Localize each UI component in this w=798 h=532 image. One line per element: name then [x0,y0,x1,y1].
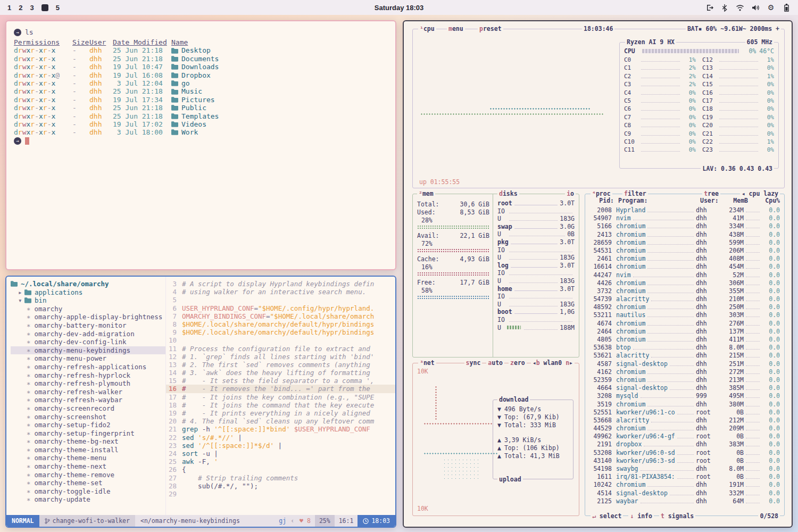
process-row[interactable]: 2125waybardhh64M0.0 [589,497,780,505]
tree-root[interactable]: ~/.local/share/omarchy [11,280,165,288]
process-row[interactable]: 54907nvimdhh41M0.0 [589,214,780,222]
process-row[interactable]: 54531chromiumdhh206M0.0 [589,247,780,255]
filter-button[interactable]: filter [622,190,648,197]
tree-file-omarchy-dev-config-link[interactable]: ∗omarchy-dev-config-link [11,338,165,346]
process-row[interactable]: 2413chromiumdhh438M0.0 [589,231,780,239]
menu-button[interactable]: menu [447,25,465,32]
process-row[interactable]: 52551kworker/u96:1-coroot0B0.0 [589,409,780,417]
preset-button[interactable]: preset [478,25,503,32]
process-row[interactable]: 52359chromiumdhh213M0.0 [589,376,780,384]
tree-file-omarchy-theme-install[interactable]: ∗omarchy-theme-install [11,446,165,454]
process-row[interactable]: 2191dropboxdhh383M0.0 [589,440,780,448]
tree-dir-applications[interactable]: ▸applications [11,288,165,297]
net-auto-button[interactable]: auto [486,359,504,367]
tree-file-omarchy-refresh-applications[interactable]: ∗omarchy-refresh-applications [11,363,165,371]
volume-icon[interactable] [751,3,760,12]
wifi-icon[interactable] [736,3,744,12]
process-row[interactable]: 1611irq/81-PIXA3854:root0B0.0 [589,473,780,481]
process-row[interactable]: 53208kworker/u96:0-sdroot0B0.0 [589,449,780,457]
net-sync-button[interactable]: sync [464,359,483,367]
header-cpu[interactable]: Cpu% [748,197,780,204]
tree-file-omarchy-apple-display-brightness[interactable]: ∗omarchy-apple-display-brightness [11,313,165,321]
process-row[interactable]: 53638btopdhh8.0M0.0 [589,344,780,352]
header-user[interactable]: User: [700,197,724,204]
prompt-line-2[interactable]: → [14,137,388,146]
process-row[interactable]: 5166chromiumdhh334M0.0 [589,222,780,230]
proc-info-button[interactable]: ↓ info [628,512,654,520]
process-row[interactable]: 54739alacrittydhh210M0.0 [589,295,780,303]
workspace-2[interactable]: 2 [19,4,22,12]
btop-window[interactable]: ¹cpu menu preset 18:03:46 BAT▪ 60% ~9.61… [403,20,793,528]
process-row[interactable]: 16614chromiumdhh454M0.0 [589,263,780,271]
net-interface-switcher[interactable]: ◂b wlan0 n▸ [531,359,575,367]
settings-icon[interactable]: ⚙ [767,3,775,12]
sort-column-selector[interactable]: ◂ cpu lazy [740,190,780,197]
logout-icon[interactable] [705,3,713,12]
neovim-window[interactable]: ~/.local/share/omarchy▸applications▾bin∗… [5,276,396,528]
tree-file-omarchy-theme-set[interactable]: ∗omarchy-theme-set [11,479,165,487]
process-row[interactable]: 28659chromiumdhh599M0.0 [589,239,780,247]
tree-file-omarchy-update[interactable]: ∗omarchy-update [11,495,165,504]
process-row[interactable]: 4514signal-desktopdhh332M0.0 [589,489,780,497]
proc-select-button[interactable]: ↵ select [591,512,623,520]
bluetooth-icon[interactable] [720,3,729,12]
tree-dir-bin[interactable]: ▾bin [11,296,165,305]
battery-icon[interactable] [782,3,791,12]
process-row[interactable]: 43140kworker/u96:3-sdroot0B0.0 [589,457,780,465]
tree-file-omarchy-screenrecord[interactable]: ∗omarchy-screenrecord [11,404,165,413]
tree-file-omarchy-theme-next[interactable]: ∗omarchy-theme-next [11,462,165,471]
tree-file-omarchy-theme-menu[interactable]: ∗omarchy-theme-menu [11,454,165,462]
tree-file-omarchy-theme-bg-next[interactable]: ∗omarchy-theme-bg-next [11,437,165,446]
process-row[interactable]: 4162chromiumdhh272M0.0 [589,368,780,376]
process-row[interactable]: 49962kworker/u96:4-gfroot0B0.0 [589,433,780,440]
process-row[interactable]: 4587signal-desktopdhh251M0.0 [589,360,780,368]
tree-file-omarchy-menu-power[interactable]: ∗omarchy-menu-power [11,354,165,363]
proc-signals-button[interactable]: t signals [659,512,695,520]
workspace-1[interactable]: 1 [7,4,11,12]
process-row[interactable]: 53211nautilusdhh303M0.0 [589,311,780,319]
tree-file-omarchy-refresh-waybar[interactable]: ∗omarchy-refresh-waybar [11,396,165,404]
io-label[interactable]: io [565,190,576,197]
process-row[interactable]: 3732chromiumdhh355M0.0 [589,287,780,295]
process-row[interactable]: 3208mysqld999495M0.0 [589,392,780,400]
tree-file-omarchy-refresh-hyprlock[interactable]: ∗omarchy-refresh-hyprlock [11,371,165,380]
down-arrow-icon: ▼ [497,413,501,421]
process-row[interactable]: 44247nvimdhh52M0.0 [589,271,780,279]
tree-file-omarchy-dev-add-migration[interactable]: ∗omarchy-dev-add-migration [11,330,165,338]
process-row[interactable]: 53621alacrittydhh215M0.0 [589,352,780,360]
tree-toggle[interactable]: tree [702,190,720,197]
tree-file-omarchy-setup-fingerprint[interactable]: ∗omarchy-setup-fingerprint [11,429,165,438]
script-file-icon: ∗ [27,338,31,346]
terminal-window[interactable]: → ls Permissions Size User Date Modified… [5,20,396,270]
process-row[interactable]: 3519chromiumdhh380M0.0 [589,401,780,409]
process-row[interactable]: 4426chromiumdhh306M0.0 [589,279,780,287]
tree-file-omarchy-toggle-idle[interactable]: ∗omarchy-toggle-idle [11,487,165,496]
tree-file-omarchy-refresh-walker[interactable]: ∗omarchy-refresh-walker [11,388,165,396]
process-row[interactable]: 48592chromiumdhh250M0.0 [589,303,780,311]
header-pid[interactable]: Pid: [589,197,614,204]
tree-file-omarchy-setup-fido2[interactable]: ∗omarchy-setup-fido2 [11,421,165,429]
tree-file-omarchy-theme-remove[interactable]: ∗omarchy-theme-remove [11,471,165,479]
process-row[interactable]: 4664signal-desktopdhh385M0.0 [589,384,780,392]
process-row[interactable]: 44529chromiumdhh209M0.0 [589,425,780,433]
net-zero-button[interactable]: zero [509,359,527,367]
process-row[interactable]: 10242chromiumdhh191M0.0 [589,481,780,489]
process-row[interactable]: 53668alacrittydhh212M0.0 [589,417,780,425]
process-row[interactable]: 4674chromiumdhh276M0.0 [589,320,780,328]
tree-file-omarchy-refresh-plymouth[interactable]: ∗omarchy-refresh-plymouth [11,379,165,388]
header-memb[interactable]: MemB [724,197,748,204]
code-editor[interactable]: 3# A script to display Hyprland keybindi… [166,277,395,515]
tree-file-omarchy-battery-monitor[interactable]: ∗omarchy-battery-monitor [11,321,165,330]
tree-file-omarchy[interactable]: ∗omarchy [11,305,165,313]
workspace-active-indicator[interactable] [41,4,48,11]
workspace-3[interactable]: 3 [30,4,34,12]
process-row[interactable]: 2461chromiumdhh408M0.0 [589,255,780,263]
process-row[interactable]: 54198swaybgdhh8.0M0.0 [589,465,780,473]
process-row[interactable]: 2008Hyprlanddhh234M0.0 [589,206,780,214]
workspace-5[interactable]: 5 [56,4,60,12]
header-program[interactable]: Program: [614,197,700,204]
tree-file-omarchy-menu-keybindings[interactable]: ∗omarchy-menu-keybindings [11,346,165,355]
process-row[interactable]: 4805chromiumdhh411M0.0 [589,336,780,344]
process-row[interactable]: 2464chromiumdhh137M0.0 [589,328,780,336]
tree-file-omarchy-screenshot[interactable]: ∗omarchy-screenshot [11,413,165,421]
